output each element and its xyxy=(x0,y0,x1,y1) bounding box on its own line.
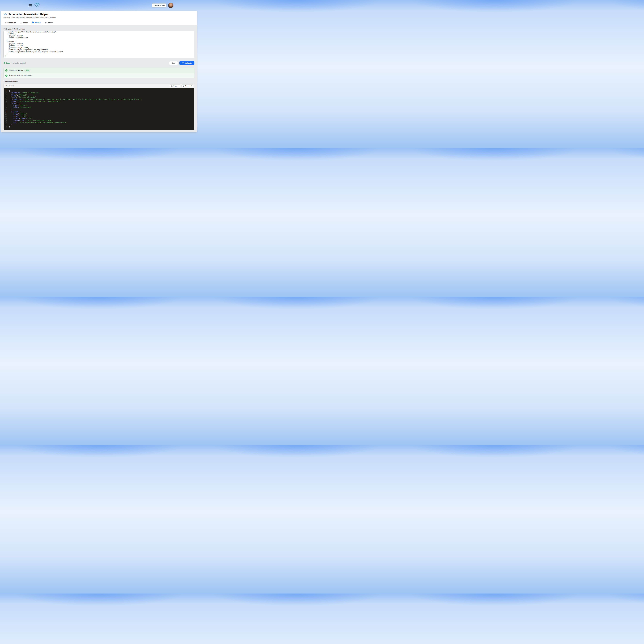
schema-type: </> Product xyxy=(5,85,14,87)
code-line: 7 "brand": { xyxy=(5,102,192,104)
code-text: }, xyxy=(9,109,13,111)
code-line: 5 "description": "Keep your head warm wi… xyxy=(5,98,192,100)
gift-icon xyxy=(3,62,5,64)
line-number: 7 xyxy=(5,102,9,104)
schema-type-label: Product xyxy=(9,85,14,87)
formatted-code-block: 1{2 "@context": "https://schema.org",3 "… xyxy=(4,88,194,130)
free-label: Free xyxy=(6,62,10,64)
line-number: 11 xyxy=(5,111,9,113)
main-card: </> Schema Implementation Helper Generat… xyxy=(1,11,197,132)
free-note: – No credits required xyxy=(11,62,26,64)
line-number: 5 xyxy=(5,98,9,100)
code-line: 2 "@context": "https://schema.org", xyxy=(5,92,192,94)
validation-result-title: Validation Result xyxy=(9,70,23,71)
free-info: Free – No credits required xyxy=(3,62,26,64)
schema-input[interactable]: { "@context": "https://schema.org", "@ty… xyxy=(3,31,194,58)
code-line: 14 "priceCurrency": "USD", xyxy=(5,117,192,119)
check-circle-icon: ✓ xyxy=(5,69,7,71)
code-text: { xyxy=(9,90,10,92)
avatar[interactable] xyxy=(168,3,173,8)
code-text: } xyxy=(9,124,12,126)
line-number: 2 xyxy=(5,92,9,94)
code-line: 18} xyxy=(5,126,192,128)
check-icon: ✓ xyxy=(182,62,184,64)
code-line: 4 "name": "Embroidered Beanie", xyxy=(5,96,192,98)
tab-detect[interactable]: Detect xyxy=(18,20,29,25)
code-text: } xyxy=(9,126,10,128)
copy-button[interactable]: Copy xyxy=(170,84,180,87)
tab-label: Saved xyxy=(48,22,53,23)
code-text: "image": "https://www.boarderspeak.com/a… xyxy=(9,100,61,102)
line-number: 3 xyxy=(5,94,9,96)
validate-panel: Paste your JSON-LD schema: { "@context":… xyxy=(1,25,197,132)
valid-badge: Valid xyxy=(24,69,31,72)
validate-button[interactable]: ✓ Validate xyxy=(179,61,194,65)
hamburger-menu-icon[interactable] xyxy=(29,4,32,7)
tab-generate[interactable]: </> Generate xyxy=(3,20,17,25)
code-line: 9 "name": "Boarderspeak" xyxy=(5,107,192,109)
code-line: 15 "availability": "https://schema.org/I… xyxy=(5,119,192,121)
formatted-schema-label: Formatted Schema: xyxy=(3,81,194,83)
code-line: 1{ xyxy=(5,90,192,92)
code-text: "priceCurrency": "USD", xyxy=(9,117,33,119)
code-line: 3 "@type": "Product", xyxy=(5,94,192,96)
tab-label: Detect xyxy=(23,22,28,23)
clear-button[interactable]: Clear xyxy=(169,61,178,65)
code-text: "name": "Embroidered Beanie", xyxy=(9,96,37,98)
code-text: "@type": "Brand", xyxy=(9,105,28,107)
validate-button-label: Validate xyxy=(185,62,192,64)
page-title: Schema Implementation Helper xyxy=(8,13,48,16)
code-text: "availability": "https://schema.org/InSt… xyxy=(9,119,53,121)
tab-saved[interactable]: Saved xyxy=(43,20,54,25)
code-line: 8 "@type": "Brand", xyxy=(5,105,192,107)
line-number: 6 xyxy=(5,100,9,102)
line-number: 12 xyxy=(5,113,9,115)
line-number: 8 xyxy=(5,105,9,107)
download-button[interactable]: Download xyxy=(181,84,193,87)
code-icon: </> xyxy=(5,85,8,87)
bookmark-icon xyxy=(45,22,47,23)
tab-bar: </> Generate Detect ✓ Validate Saved xyxy=(3,20,194,25)
app-logo[interactable] xyxy=(34,3,41,8)
line-number: 18 xyxy=(5,126,9,128)
formatted-schema-panel: </> Product Copy xyxy=(3,84,194,130)
copy-icon xyxy=(171,85,173,87)
tab-validate[interactable]: ✓ Validate xyxy=(30,20,43,25)
card-header: </> Schema Implementation Helper Generat… xyxy=(1,11,197,25)
check-circle-icon: ✓ xyxy=(5,75,7,77)
code-line: 11 "offers": { xyxy=(5,111,192,113)
topbar: Credits: 97,480 xyxy=(0,0,198,11)
tab-label: Generate xyxy=(9,22,16,23)
line-number: 15 xyxy=(5,119,9,121)
formatted-schema-header: </> Product Copy xyxy=(4,84,194,88)
line-number: 14 xyxy=(5,117,9,119)
search-icon xyxy=(20,22,22,23)
code-text: "price": "24.00", xyxy=(9,115,28,117)
code-text: "@type": "Offer", xyxy=(9,113,28,115)
line-number: 1 xyxy=(5,90,9,92)
wings-logo-icon xyxy=(34,3,41,8)
line-number: 16 xyxy=(5,121,9,124)
tab-label: Validate xyxy=(35,22,41,23)
line-number: 9 xyxy=(5,107,9,109)
code-text: "@type": "Product", xyxy=(9,94,28,96)
code-line: 12 "@type": "Offer", xyxy=(5,113,192,115)
validation-result-header: ✓ Validation Result Valid xyxy=(4,68,194,73)
code-text: "url": "https://www.boarderspeak.com/sho… xyxy=(9,121,67,124)
code-line: 10 }, xyxy=(5,109,192,111)
line-number: 4 xyxy=(5,96,9,98)
credits-badge: Credits: 97,480 xyxy=(152,3,166,7)
code-icon: </> xyxy=(3,13,7,16)
copy-button-label: Copy xyxy=(173,85,177,87)
download-button-label: Download xyxy=(185,85,192,87)
code-text: "brand": { xyxy=(9,102,20,104)
validation-message: Schema is valid and well-formed xyxy=(9,75,32,77)
code-text: "@context": "https://schema.org", xyxy=(9,92,40,94)
code-line: 13 "price": "24.00", xyxy=(5,115,192,117)
line-number: 13 xyxy=(5,115,9,117)
code-line: 17 } xyxy=(5,124,192,126)
schema-input-label: Paste your JSON-LD schema: xyxy=(3,28,194,30)
check-badge-icon: ✓ xyxy=(32,22,34,23)
code-text: "description": "Keep your head warm with… xyxy=(9,98,142,100)
code-text: "offers": { xyxy=(9,111,21,113)
